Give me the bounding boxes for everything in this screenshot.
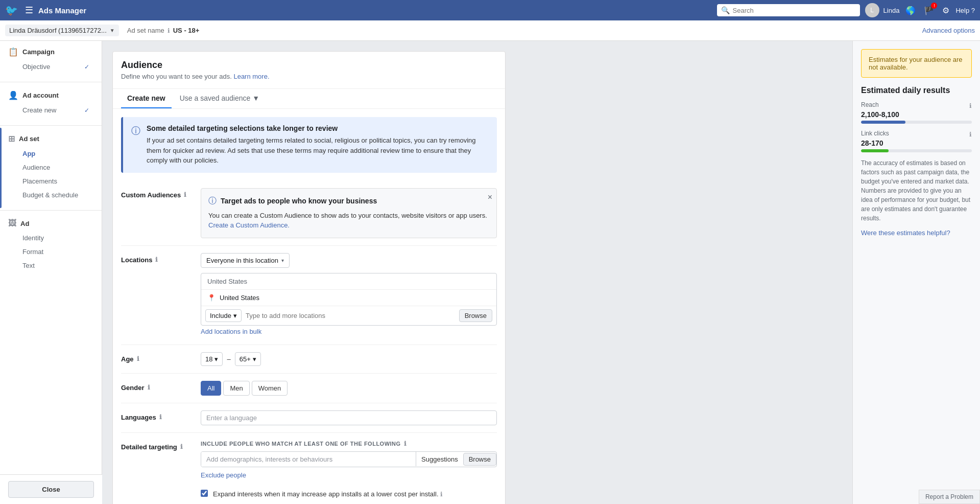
link-clicks-info-icon[interactable]: ℹ [969,131,972,138]
custom-audience-text: You can create a Custom Audience to show… [208,211,489,231]
flag-icon[interactable]: 🏴 ! [922,4,936,17]
ad-set-icon: ⊞ [8,134,15,144]
locations-browse-button[interactable]: Browse [459,309,492,322]
custom-audiences-label: Custom Audiences ℹ [121,188,193,199]
audience-label: Audience [22,164,50,171]
sidebar-divider-3 [0,210,102,211]
min-age-value: 18 [205,355,212,363]
expand-checkbox[interactable] [201,490,208,497]
sidebar-item-identity[interactable]: Identity [8,231,93,245]
locations-label-text: Locations [121,256,152,264]
expand-help-icon[interactable]: ℹ [440,491,443,498]
location-text-input[interactable] [246,312,455,319]
tab-use-saved[interactable]: Use a saved audience ▼ [174,89,266,108]
sidebar-ad-label: Ad [20,220,29,227]
globe-icon[interactable]: 🌎 [903,4,918,17]
include-label-text: INCLUDE people who match at least ONE of… [201,441,401,447]
sidebar-item-format[interactable]: Format [8,245,93,259]
exclude-people-link[interactable]: Exclude people [201,467,246,483]
user-menu[interactable]: Linda [883,7,900,14]
hamburger-icon[interactable]: ☰ [25,5,33,16]
expand-text: Expand interests when it may increase ap… [213,490,439,498]
ad-set-info-icon[interactable]: ℹ [168,27,170,34]
locations-info-icon[interactable]: ℹ [155,256,158,263]
help-link[interactable]: Help ? [955,7,975,14]
helpful-link[interactable]: Were these estimates helpful? [861,229,950,237]
sub-navigation: Linda Dräusdorf (11396517272... ▼ Ad set… [0,20,980,41]
search-input[interactable] [733,7,856,14]
min-age-dropdown[interactable]: 18 ▾ [201,352,223,366]
info-banner: ⓘ Some detailed targeting selections tak… [121,117,497,173]
sidebar-ad-account-header[interactable]: 👤 Ad account [8,90,93,100]
advanced-options-link[interactable]: Advanced options [922,27,975,34]
include-label-info[interactable]: ℹ [404,440,407,447]
sidebar-ad-set-header[interactable]: ⊞ Ad set [8,134,93,144]
custom-audience-box: × ⓘ Target ads to people who know your b… [201,188,497,238]
gender-row: Gender ℹ All Men Women [121,374,497,403]
targeting-text-input[interactable] [201,452,416,467]
gender-btn-all[interactable]: All [201,381,221,396]
identity-label: Identity [22,234,44,242]
age-info-icon[interactable]: ℹ [137,355,139,362]
format-label: Format [22,248,43,256]
learn-more-link[interactable]: Learn more. [233,73,269,80]
sidebar-item-budget-schedule[interactable]: Budget & schedule [8,188,93,202]
gender-btn-women[interactable]: Women [252,381,288,396]
sidebar-campaign-header[interactable]: 📋 Campaign [8,47,93,57]
languages-label: Languages ℹ [121,410,193,421]
audience-subtitle: Define who you want to see your ads. Lea… [121,73,497,80]
right-panel: Estimates for your audience are not avai… [852,41,980,504]
gender-buttons: All Men Women [201,381,497,396]
account-selector[interactable]: Linda Dräusdorf (11396517272... ▼ [5,25,119,36]
suggestions-button[interactable]: Suggestions [416,452,463,466]
locations-row: Locations ℹ Everyone in this location ▾ … [121,246,497,345]
max-age-dropdown[interactable]: 65+ ▾ [235,352,261,366]
sidebar-item-create-new-account[interactable]: Create new ✓ [8,103,93,117]
expand-row: Expand interests when it may increase ap… [201,483,497,499]
custom-audience-close-icon[interactable]: × [488,193,492,202]
objective-check: ✓ [84,63,89,71]
sidebar-item-app[interactable]: App [8,147,93,161]
locations-control: Everyone in this location ▾ United State… [201,253,497,337]
avatar[interactable]: L [865,3,879,17]
sidebar-item-placements[interactable]: Placements [8,174,93,188]
sidebar-item-objective[interactable]: Objective ✓ [8,60,93,74]
sidebar-divider-1 [0,82,102,82]
search-bar[interactable]: 🔍 [717,4,860,16]
flag-badge: ! [931,3,937,9]
app-title: Ads Manager [38,6,86,15]
link-clicks-bar-fill [861,149,889,152]
search-icon: 🔍 [721,6,730,14]
include-dropdown[interactable]: Include ▾ [205,309,242,322]
sidebar-item-audience[interactable]: Audience [8,161,93,174]
gender-info-icon[interactable]: ℹ [148,384,150,391]
tab-create-new[interactable]: Create new [121,89,172,108]
gender-btn-men[interactable]: Men [223,381,249,396]
sidebar-item-text[interactable]: Text [8,259,93,272]
languages-info-icon[interactable]: ℹ [159,414,162,421]
location-header: United States [201,273,496,290]
location-type-dropdown[interactable]: Everyone in this location ▾ [201,253,290,268]
report-problem-button[interactable]: Report a Problem [919,490,980,504]
info-banner-icon: ⓘ [131,125,140,137]
objective-label: Objective [22,63,50,71]
targeting-browse-button[interactable]: Browse [463,453,496,466]
account-label: Linda Dräusdorf (11396517272... [9,27,107,34]
ad-icon: 🖼 [8,219,16,228]
reach-bar-fill [861,121,905,124]
create-custom-audience-link[interactable]: Create a Custom Audience. [208,221,290,229]
tab-saved-arrow: ▼ [252,94,259,102]
create-new-account-label: Create new [22,106,56,114]
link-clicks-bar [861,149,972,152]
reach-label: Reach [861,101,879,108]
reach-result: Reach ℹ 2,100-8,100 [861,101,972,124]
language-input[interactable] [201,410,497,425]
close-button[interactable]: Close [8,481,94,498]
sidebar-ad-header[interactable]: 🖼 Ad [8,219,93,228]
detailed-targeting-info-icon[interactable]: ℹ [180,443,183,450]
add-locations-bulk-link[interactable]: Add locations in bulk [201,326,261,337]
custom-audiences-info-icon[interactable]: ℹ [184,191,186,198]
main-layout: 📋 Campaign Objective ✓ 👤 Ad account Crea… [0,41,980,504]
reach-info-icon[interactable]: ℹ [969,102,972,109]
settings-icon[interactable]: ⚙ [940,4,951,17]
